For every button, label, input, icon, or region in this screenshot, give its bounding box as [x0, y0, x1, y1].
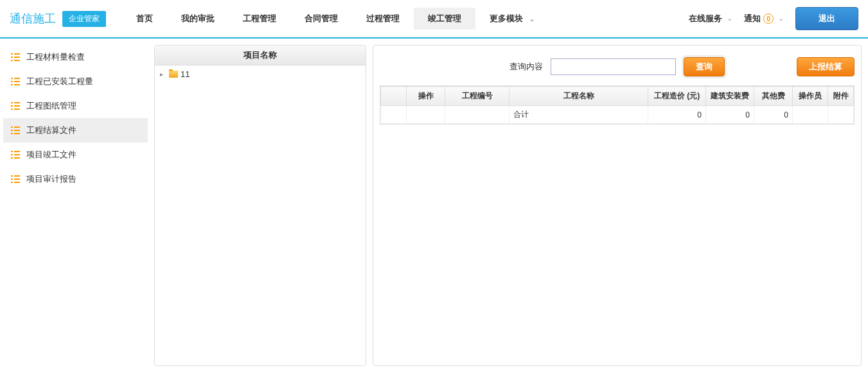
col-blank[interactable]	[381, 87, 407, 106]
sidebar-item-label: 工程材料量检查	[26, 51, 85, 63]
col-proj-no[interactable]: 工程编号	[445, 87, 509, 106]
folder-icon	[169, 71, 178, 78]
sidebar-item-settlement[interactable]: 工程结算文件	[3, 118, 148, 143]
sidebar-item-material-check[interactable]: 工程材料量检查	[3, 45, 148, 69]
list-icon	[11, 53, 20, 61]
tree-node[interactable]: ▸ 11	[160, 69, 360, 79]
sidebar-item-label: 项目竣工文件	[26, 149, 76, 161]
col-operator[interactable]: 操作员	[793, 87, 828, 106]
cell-total-label: 合计	[509, 106, 648, 124]
chevron-down-icon: ⌄	[779, 15, 784, 22]
list-icon	[11, 151, 20, 159]
cell	[445, 106, 509, 124]
nav-completion-mgmt[interactable]: 竣工管理	[414, 8, 475, 30]
exit-button[interactable]: 退出	[795, 7, 858, 30]
list-icon	[11, 78, 20, 85]
notification-badge: 0	[763, 13, 774, 24]
grid-header-row: 操作 工程编号 工程名称 工程造价 (元) 建筑安装费 其他费 操作员 附件	[381, 87, 854, 106]
nav-my-approval[interactable]: 我的审批	[167, 8, 229, 30]
cell-value: 0	[754, 106, 793, 124]
sidebar: 工程材料量检查 工程已安装工程量 工程图纸管理 工程结算文件 项目竣工文件 项目…	[3, 45, 148, 366]
sidebar-item-installed-qty[interactable]: 工程已安装工程量	[3, 69, 148, 94]
notification[interactable]: 通知 0 ⌄	[744, 13, 784, 24]
col-install-fee[interactable]: 建筑安装费	[706, 87, 754, 106]
cell	[407, 106, 445, 124]
sidebar-item-label: 项目审计报告	[26, 173, 76, 185]
project-tree-panel: 项目名称 ▸ 11	[154, 45, 366, 366]
search-input[interactable]	[551, 58, 676, 75]
nav-process-mgmt[interactable]: 过程管理	[352, 8, 414, 30]
list-icon	[11, 175, 20, 183]
sidebar-item-audit-report[interactable]: 项目审计报告	[3, 167, 148, 191]
company-badge[interactable]: 企业管家	[62, 11, 106, 27]
chevron-down-icon: ⌄	[727, 15, 732, 22]
sidebar-item-label: 工程结算文件	[26, 125, 76, 136]
nav-more-modules[interactable]: 更多模块 ⌄	[475, 8, 549, 30]
notification-label: 通知	[744, 13, 761, 24]
col-attachment[interactable]: 附件	[828, 87, 854, 106]
main-panel: 查询内容 查询 上报结算 操作 工程编号 工程名称 工程造价 (元)	[373, 45, 862, 366]
col-other-fee[interactable]: 其他费	[754, 87, 793, 106]
cell	[793, 106, 828, 124]
list-icon	[11, 102, 20, 110]
sidebar-item-drawings[interactable]: 工程图纸管理	[3, 94, 148, 118]
search-label: 查询内容	[509, 61, 543, 73]
nav-home[interactable]: 首页	[122, 8, 167, 30]
report-settlement-button[interactable]: 上报结算	[797, 57, 855, 76]
table-row[interactable]: 合计 0 0 0	[381, 106, 854, 124]
logo: 通信施工	[10, 11, 56, 26]
col-action[interactable]: 操作	[407, 87, 445, 106]
sidebar-item-label: 工程图纸管理	[26, 100, 76, 112]
main-nav: 首页 我的审批 工程管理 合同管理 过程管理 竣工管理 更多模块 ⌄	[122, 8, 689, 30]
cell	[828, 106, 854, 124]
online-service-label: 在线服务	[689, 13, 722, 24]
nav-contract-mgmt[interactable]: 合同管理	[290, 8, 352, 30]
results-grid: 操作 工程编号 工程名称 工程造价 (元) 建筑安装费 其他费 操作员 附件	[380, 85, 855, 125]
nav-more-label: 更多模块	[490, 13, 523, 23]
cell-value: 0	[706, 106, 754, 124]
sidebar-item-label: 工程已安装工程量	[26, 76, 93, 87]
col-cost[interactable]: 工程造价 (元)	[648, 87, 706, 106]
col-proj-name[interactable]: 工程名称	[509, 87, 648, 106]
expand-icon[interactable]: ▸	[160, 71, 166, 78]
tree-node-label: 11	[181, 69, 190, 79]
tree-header: 项目名称	[155, 46, 366, 65]
sidebar-item-completion-files[interactable]: 项目竣工文件	[3, 143, 148, 167]
online-service[interactable]: 在线服务 ⌄	[689, 13, 732, 24]
cell	[381, 106, 407, 124]
query-button[interactable]: 查询	[684, 57, 725, 76]
nav-project-mgmt[interactable]: 工程管理	[229, 8, 290, 30]
cell-value: 0	[648, 106, 706, 124]
list-icon	[11, 127, 20, 134]
chevron-down-icon: ⌄	[529, 15, 535, 22]
